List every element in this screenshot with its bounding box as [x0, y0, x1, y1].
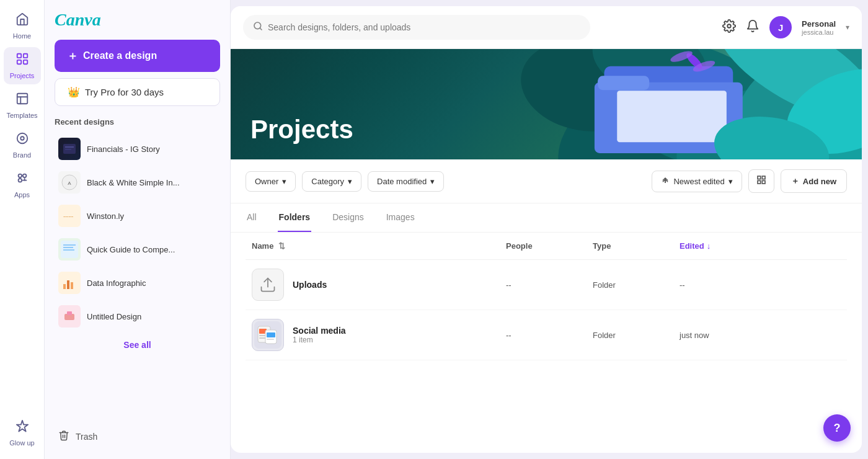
owner-filter-label: Owner — [255, 177, 278, 186]
sidebar-item-apps[interactable]: Apps — [4, 166, 41, 203]
star-icon-social[interactable]: ☆ — [779, 329, 787, 341]
svg-point-34 — [727, 24, 731, 28]
category-filter-button[interactable]: Category ▾ — [302, 171, 361, 192]
col-people: People — [506, 241, 593, 251]
col-actions — [779, 241, 841, 251]
folder-info-uploads: Uploads — [252, 269, 506, 301]
sidebar-item-templates[interactable]: Templates — [4, 87, 41, 124]
create-design-button[interactable]: ＋ Create a design — [55, 40, 220, 72]
tabs-bar: All Folders Designs Images — [231, 203, 862, 233]
tab-designs-label: Designs — [332, 212, 364, 222]
user-email: jessica.lau — [802, 29, 836, 36]
svg-rect-16 — [65, 149, 71, 150]
tab-all[interactable]: All — [246, 203, 258, 232]
search-bar[interactable] — [243, 15, 590, 40]
chevron-down-icon[interactable]: ▾ — [846, 23, 849, 32]
svg-rect-56 — [758, 180, 761, 184]
category-chevron-icon: ▾ — [348, 177, 352, 186]
svg-rect-23 — [63, 247, 73, 248]
recent-item-bw[interactable]: A Black & White Simple In... — [55, 166, 220, 198]
table-area: Name ⇅ People Type Edited ↓ Uploads -- — [231, 233, 862, 453]
sidebar-item-brand[interactable]: Brand — [4, 127, 41, 164]
search-input[interactable] — [268, 22, 580, 32]
trash-item[interactable]: Trash — [55, 424, 220, 449]
try-pro-button[interactable]: 👑 Try Pro for 30 days — [55, 78, 220, 106]
sidebar-item-home[interactable]: Home — [4, 7, 41, 45]
svg-point-8 — [20, 136, 24, 140]
tab-folders[interactable]: Folders — [278, 203, 312, 232]
cell-uploads-type: Folder — [593, 280, 680, 290]
tab-designs[interactable]: Designs — [331, 203, 365, 232]
home-icon — [16, 12, 29, 30]
recent-name-datainfographic: Data Infographic — [87, 279, 146, 288]
svg-rect-27 — [67, 280, 69, 289]
owner-filter-button[interactable]: Owner ▾ — [246, 171, 296, 192]
svg-rect-22 — [63, 244, 76, 246]
topbar-actions: J Personal jessica.lau ▾ — [722, 16, 849, 38]
sidebar-item-label-templates: Templates — [6, 112, 37, 119]
add-new-button[interactable]: ＋ Add new — [781, 169, 847, 193]
svg-rect-44 — [598, 76, 649, 90]
date-modified-filter-button[interactable]: Date modified ▾ — [368, 171, 444, 192]
svg-rect-65 — [267, 332, 275, 337]
col-edited: Edited ↓ — [680, 241, 779, 251]
help-button[interactable]: ? — [823, 414, 851, 442]
plus-add-icon: ＋ — [791, 176, 799, 187]
sidebar-item-label-apps: Apps — [14, 191, 30, 198]
sidebar-item-glowup[interactable]: Glow up — [4, 414, 41, 452]
recent-thumb-financials — [58, 138, 81, 160]
recent-name-quickguide: Quick Guide to Compe... — [87, 245, 175, 254]
svg-rect-0 — [17, 54, 20, 58]
table-row-uploads[interactable]: Uploads -- Folder -- — [246, 260, 847, 310]
sidebar-item-projects[interactable]: Projects — [4, 47, 41, 84]
svg-point-10 — [22, 174, 25, 178]
grid-view-button[interactable] — [748, 169, 774, 193]
svg-rect-1 — [23, 54, 27, 58]
recent-item-untitled[interactable]: Untitled Design — [55, 300, 220, 332]
settings-icon[interactable] — [722, 19, 736, 36]
sidebar-item-label-glowup: Glow up — [9, 439, 34, 447]
edited-sort-icon: ↓ — [707, 241, 711, 251]
folder-name-social: Social media 1 item — [293, 326, 346, 344]
try-pro-label: Try Pro for 30 days — [85, 87, 164, 97]
sidebar: Home Projects Templates Brand Apps Glow … — [0, 0, 45, 459]
grid-icon — [756, 176, 766, 187]
recent-item-datainfographic[interactable]: Data Infographic — [55, 267, 220, 299]
user-name: Personal — [802, 19, 836, 29]
sort-name-icon[interactable]: ⇅ — [278, 241, 285, 251]
table-row-social-media[interactable]: Social media 1 item -- Folder just now ☆… — [246, 310, 847, 360]
recent-item-quickguide[interactable]: Quick Guide to Compe... — [55, 233, 220, 265]
brand-icon — [16, 131, 29, 149]
user-avatar[interactable]: J — [769, 16, 792, 38]
see-all-link[interactable]: See all — [55, 334, 220, 356]
more-options-icon-social[interactable]: ⋯ — [795, 329, 805, 341]
svg-rect-4 — [17, 94, 27, 104]
recent-item-winston[interactable]: ~~~~ Winston.ly — [55, 200, 220, 232]
recent-item-financials[interactable]: Financials - IG Story — [55, 133, 220, 165]
tab-images[interactable]: Images — [385, 203, 416, 232]
category-filter-label: Category — [311, 177, 344, 186]
sort-arrows-icon — [661, 176, 670, 187]
recent-thumb-untitled — [58, 305, 81, 328]
svg-rect-66 — [267, 339, 274, 340]
sidebar-item-label-projects: Projects — [10, 72, 35, 79]
add-new-label: Add new — [803, 177, 836, 186]
sort-button[interactable]: Newest edited ▾ — [652, 171, 742, 192]
folder-thumb-uploads — [252, 269, 284, 301]
svg-text:~~~~: ~~~~ — [63, 215, 73, 219]
table-header: Name ⇅ People Type Edited ↓ — [246, 233, 847, 260]
svg-rect-15 — [65, 146, 74, 148]
svg-rect-26 — [63, 284, 66, 289]
svg-rect-2 — [17, 60, 20, 64]
tab-images-label: Images — [386, 212, 415, 222]
main-content: J Personal jessica.lau ▾ — [231, 6, 862, 453]
recent-thumb-quickguide — [58, 238, 81, 261]
recent-name-untitled: Untitled Design — [87, 312, 141, 321]
svg-rect-55 — [762, 176, 765, 179]
svg-point-9 — [18, 174, 21, 178]
sort-chevron-icon: ▾ — [728, 177, 733, 186]
help-icon: ? — [834, 422, 841, 435]
user-info: Personal jessica.lau — [802, 19, 836, 36]
notifications-icon[interactable] — [746, 19, 760, 36]
cell-uploads-edited: -- — [680, 280, 779, 290]
